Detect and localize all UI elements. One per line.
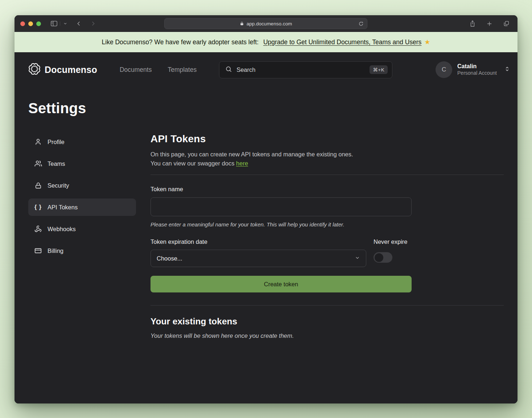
star-icon: ★: [424, 38, 430, 46]
browser-window: app.documenso.com L: [15, 15, 517, 403]
api-tokens-panel: API Tokens On this page, you can create …: [150, 133, 504, 339]
sidebar-item-label: Profile: [48, 139, 65, 146]
user-icon: [34, 138, 42, 146]
never-expire-label: Never expire: [374, 238, 408, 245]
sidebar-item-api-tokens[interactable]: { } API Tokens: [28, 198, 136, 216]
search-input[interactable]: Search ⌘+K: [219, 61, 392, 78]
back-button[interactable]: [75, 19, 83, 28]
credit-card-icon: [34, 247, 42, 254]
expiration-select[interactable]: Choose...: [150, 250, 366, 267]
settings-sidebar: Profile Teams Security { } API Token: [28, 133, 136, 339]
sidebar-item-profile[interactable]: Profile: [28, 133, 136, 151]
sidebar-item-billing[interactable]: Billing: [28, 242, 136, 259]
avatar: C: [436, 61, 452, 78]
description-line2: You can view our swagger docs: [150, 160, 234, 167]
address-bar[interactable]: app.documenso.com: [164, 18, 367, 29]
search-icon: [225, 66, 232, 74]
main-nav: Documents Templates: [120, 66, 197, 74]
minimize-window-button[interactable]: [28, 21, 33, 26]
token-name-label: Token name: [150, 186, 183, 192]
sidebar-item-label: API Tokens: [48, 204, 78, 211]
sidebar-item-label: Billing: [48, 247, 63, 254]
sidebar-item-teams[interactable]: Teams: [28, 155, 136, 172]
token-name-input[interactable]: [150, 197, 412, 216]
chevrons-up-down-icon: [504, 65, 510, 74]
user-name: Catalin: [457, 63, 497, 70]
sidebar-toggle-icon[interactable]: [49, 19, 59, 28]
account-menu[interactable]: C Catalin Personal Account: [425, 61, 510, 78]
nav-documents[interactable]: Documents: [120, 66, 152, 74]
expiration-label: Token expiration date: [150, 238, 207, 245]
chevron-down-icon[interactable]: [60, 21, 67, 26]
search-shortcut-badge: ⌘+K: [370, 65, 388, 74]
sidebar-item-label: Webhooks: [48, 226, 76, 233]
divider: [150, 175, 504, 175]
close-window-button[interactable]: [20, 21, 25, 26]
brand-name: Documenso: [45, 65, 97, 75]
never-expire-toggle[interactable]: [374, 252, 392, 263]
divider: [150, 305, 504, 306]
brand[interactable]: Documenso: [28, 63, 97, 77]
tab-overview-icon[interactable]: [502, 19, 511, 28]
tls-lock-icon: [240, 21, 244, 26]
sidebar-item-label: Security: [48, 182, 69, 189]
share-icon[interactable]: [468, 19, 477, 29]
zoom-window-button[interactable]: [36, 21, 41, 26]
nav-templates[interactable]: Templates: [168, 66, 197, 74]
users-icon: [34, 160, 42, 167]
page-title: Settings: [28, 100, 517, 116]
description-line1: On this page, you can create new API tok…: [150, 151, 353, 157]
expiration-value: Choose...: [157, 255, 182, 262]
upgrade-link[interactable]: Upgrade to Get Unlimited Documents, Team…: [263, 38, 421, 46]
existing-tokens-empty-text: Your tokens will be shown here once you …: [150, 332, 504, 339]
browser-chrome: app.documenso.com: [15, 15, 517, 32]
section-title: API Tokens: [150, 133, 504, 145]
token-name-helper: Please enter a meaningful name for your …: [150, 221, 412, 228]
banner-text: Like Documenso? We have few early adopte…: [102, 38, 259, 46]
braces-icon: { }: [34, 204, 42, 210]
sidebar-item-webhooks[interactable]: Webhooks: [28, 220, 136, 238]
chevron-down-icon: [355, 255, 360, 262]
documenso-logo-icon: [28, 63, 41, 77]
url-text: app.documenso.com: [247, 21, 292, 26]
existing-tokens-title: Your existing tokens: [150, 316, 504, 327]
forward-button[interactable]: [89, 19, 97, 28]
account-type: Personal Account: [457, 70, 497, 77]
lock-icon: [34, 182, 42, 189]
webhook-icon: [34, 225, 42, 233]
swagger-docs-link[interactable]: here: [236, 160, 248, 167]
sidebar-item-label: Teams: [48, 160, 65, 167]
new-tab-icon[interactable]: [485, 19, 494, 28]
traffic-lights: [20, 21, 41, 26]
search-placeholder: Search: [236, 66, 365, 73]
sidebar-item-security[interactable]: Security: [28, 177, 136, 194]
app-content: Documenso Documents Templates Search ⌘+K…: [15, 52, 517, 403]
toggle-thumb: [375, 253, 383, 262]
reload-icon[interactable]: [358, 21, 364, 26]
app-header: Documenso Documents Templates Search ⌘+K…: [15, 52, 517, 79]
create-token-button[interactable]: Create token: [150, 276, 412, 292]
promo-banner: Like Documenso? We have few early adopte…: [15, 32, 517, 52]
